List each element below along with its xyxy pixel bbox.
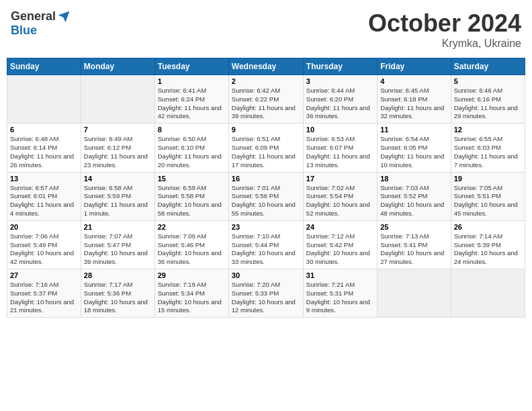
day-number: 1 (158, 77, 226, 85)
day-cell: 9Sunrise: 6:51 AM Sunset: 6:09 PM Daylig… (228, 124, 303, 172)
day-cell: 22Sunrise: 7:09 AM Sunset: 5:46 PM Dayli… (154, 220, 228, 269)
day-cell: 1Sunrise: 6:41 AM Sunset: 6:24 PM Daylig… (154, 75, 228, 124)
day-cell: 26Sunrise: 7:14 AM Sunset: 5:39 PM Dayli… (451, 220, 525, 269)
day-cell: 28Sunrise: 7:17 AM Sunset: 5:36 PM Dayli… (81, 269, 154, 318)
day-detail: Sunrise: 7:16 AM Sunset: 5:37 PM Dayligh… (10, 281, 78, 315)
day-cell: 23Sunrise: 7:10 AM Sunset: 5:44 PM Dayli… (228, 220, 303, 269)
day-cell: 14Sunrise: 6:58 AM Sunset: 5:59 PM Dayli… (81, 172, 154, 220)
day-number: 25 (380, 223, 447, 231)
location-subtitle: Krymka, Ukraine (368, 38, 521, 50)
day-number: 18 (380, 175, 447, 183)
day-detail: Sunrise: 7:12 AM Sunset: 5:42 PM Dayligh… (306, 232, 374, 267)
logo: General Blue (11, 9, 71, 38)
day-number: 2 (232, 77, 300, 85)
day-number: 22 (158, 223, 226, 231)
day-detail: Sunrise: 7:21 AM Sunset: 5:31 PM Dayligh… (306, 281, 374, 315)
day-number: 21 (84, 223, 152, 231)
day-cell: 19Sunrise: 7:05 AM Sunset: 5:51 PM Dayli… (451, 172, 525, 220)
day-cell (451, 269, 525, 318)
day-cell (378, 269, 451, 318)
day-cell: 2Sunrise: 6:42 AM Sunset: 6:22 PM Daylig… (228, 75, 303, 124)
day-cell: 4Sunrise: 6:45 AM Sunset: 6:18 PM Daylig… (378, 75, 451, 124)
page-header: General Blue October 2024 Krymka, Ukrain… (7, 7, 525, 52)
day-number: 14 (84, 175, 152, 183)
day-number: 5 (454, 77, 522, 85)
day-cell: 17Sunrise: 7:02 AM Sunset: 5:54 PM Dayli… (303, 172, 377, 220)
day-detail: Sunrise: 7:19 AM Sunset: 5:34 PM Dayligh… (158, 281, 226, 315)
day-detail: Sunrise: 6:42 AM Sunset: 6:22 PM Dayligh… (232, 87, 300, 121)
day-detail: Sunrise: 6:54 AM Sunset: 6:05 PM Dayligh… (380, 135, 447, 169)
day-cell: 18Sunrise: 7:03 AM Sunset: 5:52 PM Dayli… (378, 172, 451, 220)
day-header-sunday: Sunday (7, 58, 81, 75)
day-detail: Sunrise: 7:06 AM Sunset: 5:49 PM Dayligh… (10, 232, 78, 267)
day-cell: 20Sunrise: 7:06 AM Sunset: 5:49 PM Dayli… (7, 220, 81, 269)
day-header-tuesday: Tuesday (154, 58, 228, 75)
day-detail: Sunrise: 7:07 AM Sunset: 5:47 PM Dayligh… (84, 232, 152, 267)
month-title: October 2024 (368, 9, 521, 38)
day-number: 13 (10, 175, 78, 183)
day-number: 27 (10, 271, 78, 279)
day-detail: Sunrise: 6:45 AM Sunset: 6:18 PM Dayligh… (380, 87, 447, 121)
day-detail: Sunrise: 6:55 AM Sunset: 6:03 PM Dayligh… (454, 135, 522, 169)
day-number: 29 (158, 271, 226, 279)
day-number: 17 (306, 175, 374, 183)
day-cell: 6Sunrise: 6:48 AM Sunset: 6:14 PM Daylig… (7, 124, 81, 172)
day-number: 8 (158, 126, 226, 134)
day-number: 15 (158, 175, 226, 183)
logo-general-text: General (11, 9, 56, 24)
day-cell: 15Sunrise: 6:59 AM Sunset: 5:58 PM Dayli… (154, 172, 228, 220)
day-number: 20 (10, 223, 78, 231)
day-cell: 27Sunrise: 7:16 AM Sunset: 5:37 PM Dayli… (7, 269, 81, 318)
day-detail: Sunrise: 7:17 AM Sunset: 5:36 PM Dayligh… (84, 281, 152, 315)
day-detail: Sunrise: 7:03 AM Sunset: 5:52 PM Dayligh… (380, 184, 447, 218)
day-number: 23 (232, 223, 300, 231)
day-cell: 8Sunrise: 6:50 AM Sunset: 6:10 PM Daylig… (154, 124, 228, 172)
day-cell: 21Sunrise: 7:07 AM Sunset: 5:47 PM Dayli… (81, 220, 154, 269)
calendar-header-row: SundayMondayTuesdayWednesdayThursdayFrid… (7, 58, 525, 75)
calendar-table: SundayMondayTuesdayWednesdayThursdayFrid… (7, 58, 525, 318)
day-detail: Sunrise: 6:51 AM Sunset: 6:09 PM Dayligh… (232, 135, 300, 169)
day-detail: Sunrise: 6:50 AM Sunset: 6:10 PM Dayligh… (158, 135, 226, 169)
day-detail: Sunrise: 7:13 AM Sunset: 5:41 PM Dayligh… (380, 232, 447, 267)
week-row-4: 20Sunrise: 7:06 AM Sunset: 5:49 PM Dayli… (7, 220, 525, 269)
day-detail: Sunrise: 7:20 AM Sunset: 5:33 PM Dayligh… (232, 281, 300, 315)
day-number: 12 (454, 126, 522, 134)
day-number: 16 (232, 175, 300, 183)
day-cell: 13Sunrise: 6:57 AM Sunset: 6:01 PM Dayli… (7, 172, 81, 220)
logo-bird-icon (57, 10, 71, 24)
day-detail: Sunrise: 6:58 AM Sunset: 5:59 PM Dayligh… (84, 184, 152, 218)
day-number: 9 (232, 126, 300, 134)
day-cell: 10Sunrise: 6:53 AM Sunset: 6:07 PM Dayli… (303, 124, 377, 172)
week-row-1: 1Sunrise: 6:41 AM Sunset: 6:24 PM Daylig… (7, 75, 525, 124)
day-detail: Sunrise: 6:46 AM Sunset: 6:16 PM Dayligh… (454, 87, 522, 121)
day-detail: Sunrise: 6:48 AM Sunset: 6:14 PM Dayligh… (10, 135, 78, 169)
day-detail: Sunrise: 7:05 AM Sunset: 5:51 PM Dayligh… (454, 184, 522, 218)
day-cell: 3Sunrise: 6:44 AM Sunset: 6:20 PM Daylig… (303, 75, 377, 124)
day-detail: Sunrise: 6:49 AM Sunset: 6:12 PM Dayligh… (84, 135, 152, 169)
day-header-thursday: Thursday (303, 58, 377, 75)
day-number: 28 (84, 271, 152, 279)
day-cell: 25Sunrise: 7:13 AM Sunset: 5:41 PM Dayli… (378, 220, 451, 269)
day-detail: Sunrise: 7:10 AM Sunset: 5:44 PM Dayligh… (232, 232, 300, 267)
day-cell: 5Sunrise: 6:46 AM Sunset: 6:16 PM Daylig… (451, 75, 525, 124)
day-detail: Sunrise: 7:02 AM Sunset: 5:54 PM Dayligh… (306, 184, 374, 218)
day-detail: Sunrise: 6:41 AM Sunset: 6:24 PM Dayligh… (158, 87, 226, 121)
day-cell: 11Sunrise: 6:54 AM Sunset: 6:05 PM Dayli… (378, 124, 451, 172)
day-detail: Sunrise: 6:59 AM Sunset: 5:58 PM Dayligh… (158, 184, 226, 218)
day-detail: Sunrise: 7:09 AM Sunset: 5:46 PM Dayligh… (158, 232, 226, 267)
day-cell: 30Sunrise: 7:20 AM Sunset: 5:33 PM Dayli… (228, 269, 303, 318)
day-number: 26 (454, 223, 522, 231)
day-header-friday: Friday (378, 58, 451, 75)
day-cell (81, 75, 154, 124)
day-number: 3 (306, 77, 374, 85)
day-cell (7, 75, 81, 124)
week-row-3: 13Sunrise: 6:57 AM Sunset: 6:01 PM Dayli… (7, 172, 525, 220)
day-number: 19 (454, 175, 522, 183)
day-header-saturday: Saturday (451, 58, 525, 75)
day-header-monday: Monday (81, 58, 154, 75)
day-number: 30 (232, 271, 300, 279)
day-detail: Sunrise: 7:14 AM Sunset: 5:39 PM Dayligh… (454, 232, 522, 267)
day-cell: 24Sunrise: 7:12 AM Sunset: 5:42 PM Dayli… (303, 220, 377, 269)
week-row-5: 27Sunrise: 7:16 AM Sunset: 5:37 PM Dayli… (7, 269, 525, 318)
logo-blue-text: Blue (11, 24, 37, 38)
